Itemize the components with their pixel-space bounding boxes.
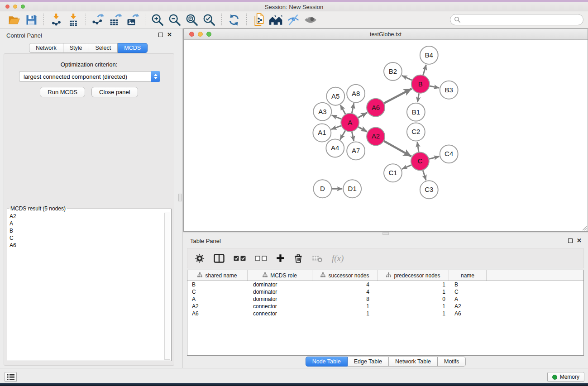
mac-titlebar[interactable]: Session: New Session [0, 2, 588, 11]
hide-panels-icon[interactable] [285, 13, 302, 27]
search-field[interactable] [450, 14, 583, 25]
show-panels-icon[interactable] [302, 13, 319, 27]
export-image-icon[interactable] [124, 13, 141, 27]
new-network-icon[interactable] [250, 13, 268, 27]
edge-C-C2[interactable] [417, 142, 419, 152]
table-row[interactable]: Cdominator41C [187, 288, 583, 295]
column-header-MCDS-role[interactable]: MCDS role [248, 270, 312, 281]
tab-mcds[interactable]: MCDS [118, 43, 148, 53]
node-A1[interactable]: A1 [313, 124, 331, 142]
refresh-icon[interactable] [225, 13, 243, 27]
import-table-icon[interactable] [65, 13, 82, 27]
edge-B-B4[interactable] [423, 65, 426, 75]
edge-B-B2[interactable] [402, 76, 412, 80]
tab-network[interactable]: Network [29, 43, 63, 53]
delete-column-icon[interactable] [294, 253, 303, 263]
import-network-icon[interactable] [48, 13, 65, 27]
result-item[interactable]: B [8, 227, 164, 234]
edge-A-A8[interactable] [352, 103, 354, 113]
edge-B-B3[interactable] [430, 86, 439, 88]
node-C[interactable]: C [411, 152, 429, 170]
save-session-icon[interactable] [23, 13, 40, 27]
node-C1[interactable]: C1 [384, 164, 402, 182]
node-B2[interactable]: B2 [384, 62, 402, 81]
zoom-selected-icon[interactable] [201, 13, 218, 27]
search-input[interactable] [461, 15, 583, 24]
edge-C-C3[interactable] [423, 170, 426, 180]
zoom-in-icon[interactable] [149, 13, 166, 27]
node-A6[interactable]: A6 [367, 99, 385, 117]
node-A3[interactable]: A3 [313, 103, 331, 121]
tab-network-table[interactable]: Network Table [389, 357, 438, 367]
result-scrollbar[interactable] [164, 213, 170, 360]
select-all-icon[interactable] [234, 256, 246, 261]
node-D1[interactable]: D1 [343, 180, 361, 198]
float-panel-icon[interactable] [158, 33, 163, 37]
network-window-titlebar[interactable]: testGlobe.txt [184, 29, 588, 40]
node-A7[interactable]: A7 [347, 142, 365, 160]
edge-C-C1[interactable] [402, 165, 411, 169]
tab-node-table[interactable]: Node Table [306, 357, 348, 367]
node-A5[interactable]: A5 [326, 87, 344, 105]
export-network-icon[interactable] [90, 13, 107, 27]
run-mcds-button[interactable]: Run MCDS [40, 87, 85, 97]
close-panel-icon[interactable]: ✕ [167, 33, 172, 37]
node-C4[interactable]: C4 [440, 145, 458, 163]
panel-divider-handle[interactable] [178, 194, 182, 201]
function-builder-icon[interactable]: f(x) [332, 253, 344, 263]
edge-A-A1[interactable] [331, 126, 341, 129]
edge-A-A2[interactable] [359, 127, 367, 132]
table-row[interactable]: A6connector11A6 [187, 310, 583, 317]
column-layout-icon[interactable] [214, 254, 225, 263]
node-B1[interactable]: B1 [407, 103, 425, 121]
result-item[interactable]: A [8, 220, 164, 227]
close-panel-button[interactable]: Close panel [91, 87, 138, 97]
edge-C-C4[interactable] [429, 157, 439, 159]
settings-gear-icon[interactable] [195, 253, 205, 263]
result-item[interactable]: C [8, 234, 164, 242]
column-header-predecessor-nodes[interactable]: predecessor nodes [378, 270, 449, 281]
node-B[interactable]: B [411, 75, 430, 93]
column-header-successor-nodes[interactable]: successor nodes [312, 270, 378, 281]
horizontal-divider-handle[interactable] [382, 232, 389, 235]
delete-table-icon[interactable] [312, 254, 323, 262]
edge-A-A6[interactable] [358, 113, 367, 118]
column-header-shared-name[interactable]: shared name [187, 270, 248, 281]
edge-A-A7[interactable] [352, 132, 354, 141]
node-A8[interactable]: A8 [347, 85, 365, 103]
node-B3[interactable]: B3 [440, 81, 458, 99]
node-C3[interactable]: C3 [420, 181, 438, 199]
edge-A6-B[interactable] [384, 89, 412, 103]
tab-motifs[interactable]: Motifs [438, 357, 466, 367]
node-A[interactable]: A [341, 114, 359, 132]
edge-A-A3[interactable] [332, 115, 341, 119]
tab-edge-table[interactable]: Edge Table [348, 357, 389, 367]
edge-A2-C[interactable] [384, 141, 411, 157]
result-item[interactable]: A6 [8, 242, 164, 249]
close-panel-icon[interactable]: ✕ [577, 238, 582, 243]
result-item[interactable]: A2 [8, 213, 164, 220]
network-view-window[interactable]: testGlobe.txt B4B2BB3A5A8A6A3B1AC2A1A2A4… [183, 29, 588, 232]
table-row[interactable]: Adominator80A [187, 295, 583, 303]
task-history-button[interactable] [5, 372, 17, 382]
window-resize-grip[interactable] [581, 224, 587, 231]
export-table-icon[interactable] [107, 13, 124, 27]
edge-A-A5[interactable] [340, 105, 345, 114]
criterion-dropdown[interactable]: largest connected component (directed) [19, 71, 160, 82]
table-row[interactable]: Bdominator41B [187, 281, 583, 288]
float-panel-icon[interactable] [568, 238, 573, 243]
network-canvas[interactable]: B4B2BB3A5A8A6A3B1AC2A1A2A4A7C4CC1DD1C3 [184, 40, 588, 231]
edge-A-A4[interactable] [340, 131, 345, 140]
zoom-fit-icon[interactable] [183, 13, 201, 27]
node-D[interactable]: D [313, 180, 331, 198]
edge-B-B1[interactable] [417, 93, 419, 102]
node-A4[interactable]: A4 [326, 139, 344, 157]
node-B4[interactable]: B4 [420, 46, 438, 64]
memory-button[interactable]: Memory [547, 372, 584, 382]
node-C2[interactable]: C2 [407, 123, 425, 141]
tab-select[interactable]: Select [89, 43, 118, 53]
home-icon[interactable] [268, 13, 285, 27]
node-A2[interactable]: A2 [367, 128, 385, 146]
add-column-icon[interactable] [276, 254, 285, 262]
open-session-icon[interactable] [5, 13, 23, 27]
